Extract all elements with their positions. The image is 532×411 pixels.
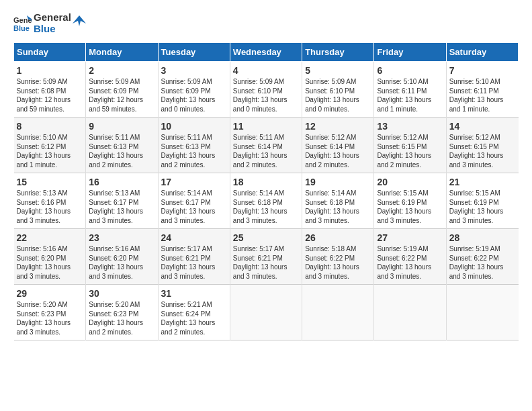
calendar-cell: 7Sunrise: 5:10 AMSunset: 6:11 PMDaylight…	[446, 62, 518, 118]
calendar-cell: 30Sunrise: 5:20 AMSunset: 6:23 PMDayligh…	[86, 285, 158, 340]
column-header-sunday: Sunday	[14, 43, 86, 62]
day-number: 21	[449, 177, 516, 187]
cell-info: Sunrise: 5:09 AMSunset: 6:09 PMDaylight:…	[161, 77, 227, 113]
calendar-cell: 29Sunrise: 5:20 AMSunset: 6:23 PMDayligh…	[14, 285, 86, 340]
cell-info: Sunrise: 5:11 AMSunset: 6:14 PMDaylight:…	[233, 133, 299, 169]
svg-text:General: General	[13, 16, 32, 24]
calendar-cell: 28Sunrise: 5:19 AMSunset: 6:22 PMDayligh…	[446, 229, 518, 285]
calendar-cell: 18Sunrise: 5:14 AMSunset: 6:18 PMDayligh…	[230, 173, 302, 229]
day-number: 14	[449, 121, 516, 132]
logo-blue: Blue	[34, 24, 71, 35]
cell-info: Sunrise: 5:14 AMSunset: 6:18 PMDaylight:…	[305, 189, 371, 225]
day-number: 22	[17, 232, 83, 243]
calendar-cell: 21Sunrise: 5:15 AMSunset: 6:19 PMDayligh…	[446, 173, 518, 229]
calendar-cell: 2Sunrise: 5:09 AMSunset: 6:09 PMDaylight…	[86, 62, 158, 118]
cell-info: Sunrise: 5:13 AMSunset: 6:16 PMDaylight:…	[17, 189, 83, 225]
calendar-cell: 15Sunrise: 5:13 AMSunset: 6:16 PMDayligh…	[14, 173, 86, 229]
calendar-cell	[446, 285, 518, 340]
logo-icon: General Blue	[13, 14, 32, 33]
cell-info: Sunrise: 5:17 AMSunset: 6:21 PMDaylight:…	[161, 244, 227, 281]
cell-info: Sunrise: 5:20 AMSunset: 6:23 PMDaylight:…	[17, 300, 83, 336]
day-number: 13	[377, 121, 443, 132]
calendar-cell: 24Sunrise: 5:17 AMSunset: 6:21 PMDayligh…	[158, 229, 230, 285]
cell-info: Sunrise: 5:11 AMSunset: 6:13 PMDaylight:…	[89, 133, 154, 169]
day-number: 23	[89, 232, 154, 243]
calendar-body: 1Sunrise: 5:09 AMSunset: 6:08 PMDaylight…	[14, 62, 519, 340]
day-number: 18	[233, 177, 299, 187]
day-number: 8	[17, 121, 83, 132]
day-number: 10	[161, 121, 227, 132]
calendar-cell: 25Sunrise: 5:17 AMSunset: 6:21 PMDayligh…	[230, 229, 302, 285]
week-row-2: 8Sunrise: 5:10 AMSunset: 6:12 PMDaylight…	[14, 118, 519, 173]
calendar-cell: 22Sunrise: 5:16 AMSunset: 6:20 PMDayligh…	[14, 229, 86, 285]
day-number: 7	[449, 65, 516, 76]
calendar-cell: 8Sunrise: 5:10 AMSunset: 6:12 PMDaylight…	[14, 118, 86, 173]
header: General Blue General Blue	[13, 12, 519, 34]
calendar-cell: 16Sunrise: 5:13 AMSunset: 6:17 PMDayligh…	[86, 173, 158, 229]
cell-info: Sunrise: 5:15 AMSunset: 6:19 PMDaylight:…	[449, 189, 516, 225]
calendar-cell: 3Sunrise: 5:09 AMSunset: 6:09 PMDaylight…	[158, 62, 230, 118]
calendar-cell: 26Sunrise: 5:18 AMSunset: 6:22 PMDayligh…	[302, 229, 374, 285]
calendar-cell: 31Sunrise: 5:21 AMSunset: 6:24 PMDayligh…	[158, 285, 230, 340]
day-number: 30	[89, 288, 154, 299]
calendar-cell: 5Sunrise: 5:09 AMSunset: 6:10 PMDaylight…	[302, 62, 374, 118]
day-number: 15	[17, 177, 83, 187]
day-number: 25	[233, 232, 299, 243]
column-header-monday: Monday	[86, 43, 158, 62]
calendar-cell: 27Sunrise: 5:19 AMSunset: 6:22 PMDayligh…	[374, 229, 446, 285]
logo: General Blue General Blue	[13, 12, 86, 34]
column-header-tuesday: Tuesday	[158, 43, 230, 62]
cell-info: Sunrise: 5:12 AMSunset: 6:14 PMDaylight:…	[305, 133, 371, 169]
cell-info: Sunrise: 5:16 AMSunset: 6:20 PMDaylight:…	[89, 244, 154, 281]
calendar-table: SundayMondayTuesdayWednesdayThursdayFrid…	[13, 42, 519, 340]
day-number: 3	[161, 65, 227, 76]
calendar-header-row: SundayMondayTuesdayWednesdayThursdayFrid…	[14, 43, 519, 62]
calendar-cell	[230, 285, 302, 340]
cell-info: Sunrise: 5:09 AMSunset: 6:08 PMDaylight:…	[17, 77, 83, 113]
calendar-cell: 12Sunrise: 5:12 AMSunset: 6:14 PMDayligh…	[302, 118, 374, 173]
calendar-cell: 11Sunrise: 5:11 AMSunset: 6:14 PMDayligh…	[230, 118, 302, 173]
week-row-5: 29Sunrise: 5:20 AMSunset: 6:23 PMDayligh…	[14, 285, 519, 340]
logo-bird-icon	[73, 14, 86, 33]
day-number: 20	[377, 177, 443, 187]
cell-info: Sunrise: 5:14 AMSunset: 6:18 PMDaylight:…	[233, 189, 299, 225]
cell-info: Sunrise: 5:09 AMSunset: 6:10 PMDaylight:…	[233, 77, 299, 113]
day-number: 4	[233, 65, 299, 76]
cell-info: Sunrise: 5:15 AMSunset: 6:19 PMDaylight:…	[377, 189, 443, 225]
column-header-thursday: Thursday	[302, 43, 374, 62]
cell-info: Sunrise: 5:18 AMSunset: 6:22 PMDaylight:…	[305, 244, 371, 281]
calendar-cell	[374, 285, 446, 340]
cell-info: Sunrise: 5:11 AMSunset: 6:13 PMDaylight:…	[161, 133, 227, 169]
day-number: 11	[233, 121, 299, 132]
day-number: 16	[89, 177, 154, 187]
day-number: 26	[305, 232, 371, 243]
cell-info: Sunrise: 5:13 AMSunset: 6:17 PMDaylight:…	[89, 189, 154, 225]
calendar-cell: 17Sunrise: 5:14 AMSunset: 6:17 PMDayligh…	[158, 173, 230, 229]
calendar-cell: 10Sunrise: 5:11 AMSunset: 6:13 PMDayligh…	[158, 118, 230, 173]
week-row-3: 15Sunrise: 5:13 AMSunset: 6:16 PMDayligh…	[14, 173, 519, 229]
calendar-cell: 20Sunrise: 5:15 AMSunset: 6:19 PMDayligh…	[374, 173, 446, 229]
day-number: 12	[305, 121, 371, 132]
calendar-cell: 13Sunrise: 5:12 AMSunset: 6:15 PMDayligh…	[374, 118, 446, 173]
calendar-cell: 1Sunrise: 5:09 AMSunset: 6:08 PMDaylight…	[14, 62, 86, 118]
cell-info: Sunrise: 5:12 AMSunset: 6:15 PMDaylight:…	[449, 133, 516, 169]
cell-info: Sunrise: 5:09 AMSunset: 6:10 PMDaylight:…	[305, 77, 371, 113]
svg-text:Blue: Blue	[13, 24, 30, 32]
week-row-4: 22Sunrise: 5:16 AMSunset: 6:20 PMDayligh…	[14, 229, 519, 285]
page: General Blue General Blue SundayMondayTu…	[0, 0, 532, 347]
logo-general: General	[34, 12, 71, 24]
column-header-saturday: Saturday	[446, 43, 518, 62]
cell-info: Sunrise: 5:10 AMSunset: 6:11 PMDaylight:…	[449, 77, 516, 113]
calendar-cell: 6Sunrise: 5:10 AMSunset: 6:11 PMDaylight…	[374, 62, 446, 118]
calendar-cell	[302, 285, 374, 340]
cell-info: Sunrise: 5:19 AMSunset: 6:22 PMDaylight:…	[449, 244, 516, 281]
calendar-cell: 23Sunrise: 5:16 AMSunset: 6:20 PMDayligh…	[86, 229, 158, 285]
cell-info: Sunrise: 5:21 AMSunset: 6:24 PMDaylight:…	[161, 300, 227, 336]
column-header-wednesday: Wednesday	[230, 43, 302, 62]
day-number: 1	[17, 65, 83, 76]
day-number: 2	[89, 65, 154, 76]
day-number: 29	[17, 288, 83, 299]
day-number: 19	[305, 177, 371, 187]
week-row-1: 1Sunrise: 5:09 AMSunset: 6:08 PMDaylight…	[14, 62, 519, 118]
day-number: 31	[161, 288, 227, 299]
